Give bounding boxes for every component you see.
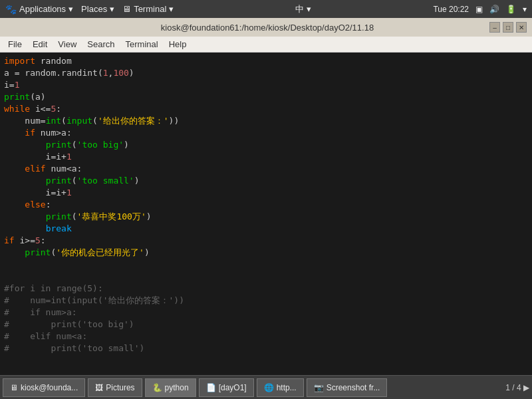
system-bar-left: 🐾 Applications ▾ Places ▾ 🖥 Terminal ▾ [5, 4, 174, 15]
taskbar-python[interactable]: 🐍 python [145, 378, 196, 397]
day01-taskbar-label: [dayO1] [219, 383, 247, 392]
python-taskbar-label: python [165, 383, 189, 392]
system-bar: 🐾 Applications ▾ Places ▾ 🖥 Terminal ▾ 中… [0, 0, 532, 18]
taskbar-browser[interactable]: 🌐 http... [257, 378, 304, 397]
close-button[interactable]: ✕ [516, 22, 527, 33]
input-indicator: 中 [295, 3, 304, 15]
taskbar-screenshot[interactable]: 📷 Screenshot fr... [307, 378, 388, 397]
taskbar-pagination: 1 / 4 ▶ [505, 383, 529, 392]
browser-taskbar-icon: 🌐 [264, 383, 274, 392]
taskbar-day01[interactable]: 📄 [dayO1] [199, 378, 254, 397]
terminal-window: kiosk@foundation61:/home/kiosk/Desktop/d… [0, 18, 532, 399]
applications-menu[interactable]: Applications [19, 4, 66, 14]
menu-bar: File Edit View Search Terminal Help [0, 37, 532, 53]
terminal-taskbar-icon: 🖥 [10, 383, 18, 392]
clock: Tue 20:22 [433, 5, 469, 14]
chevron-app-icon: ▾ [68, 4, 73, 14]
chevron-places-icon: ▾ [110, 4, 114, 14]
menu-search[interactable]: Search [82, 38, 120, 51]
pictures-taskbar-label: Pictures [106, 383, 134, 392]
battery-icon: 🔋 [506, 5, 516, 14]
chevron-system-icon: ▾ [523, 5, 527, 14]
maximize-button[interactable]: □ [503, 22, 513, 33]
taskbar-pictures[interactable]: 🖼 Pictures [88, 378, 142, 397]
terminal-taskbar-label: kiosk@founda... [21, 383, 78, 392]
screenshot-taskbar-label: Screenshot fr... [327, 383, 380, 392]
taskbar: 🖥 kiosk@founda... 🖼 Pictures 🐍 python 📄 … [0, 375, 532, 399]
window-controls: – □ ✕ [489, 22, 527, 33]
menu-file[interactable]: File [3, 38, 27, 51]
menu-help[interactable]: Help [164, 38, 192, 51]
python-taskbar-icon: 🐍 [152, 383, 162, 392]
minimize-button[interactable]: – [489, 22, 500, 33]
screenshot-taskbar-icon: 📷 [314, 383, 324, 392]
system-bar-center: 中 ▾ [295, 3, 311, 15]
pictures-taskbar-icon: 🖼 [95, 383, 103, 392]
code-content: import random a = random.randint(1,100) … [4, 55, 528, 354]
menu-terminal[interactable]: Terminal [120, 38, 164, 51]
title-bar: kiosk@foundation61:/home/kiosk/Desktop/d… [0, 18, 532, 37]
terminal-app-icon: 🖥 [122, 4, 131, 14]
window-title: kiosk@foundation61:/home/kiosk/Desktop/d… [45, 23, 489, 33]
system-bar-right: Tue 20:22 ▣ 🔊 🔋 ▾ [433, 5, 527, 14]
code-editor[interactable]: import random a = random.randint(1,100) … [0, 53, 532, 386]
volume-icon: 🔊 [489, 5, 499, 14]
browser-taskbar-label: http... [277, 383, 297, 392]
window-icon: ▣ [475, 5, 483, 14]
menu-edit[interactable]: Edit [27, 38, 53, 51]
day01-taskbar-icon: 📄 [206, 383, 216, 392]
menu-view[interactable]: View [53, 38, 82, 51]
chevron-terminal-icon: ▾ [169, 4, 174, 14]
places-menu[interactable]: Places [81, 4, 107, 14]
app-icon: 🐾 [5, 4, 17, 15]
taskbar-terminal[interactable]: 🖥 kiosk@founda... [3, 378, 85, 397]
chevron-input-icon: ▾ [307, 4, 311, 14]
terminal-menu[interactable]: Terminal [134, 4, 166, 14]
